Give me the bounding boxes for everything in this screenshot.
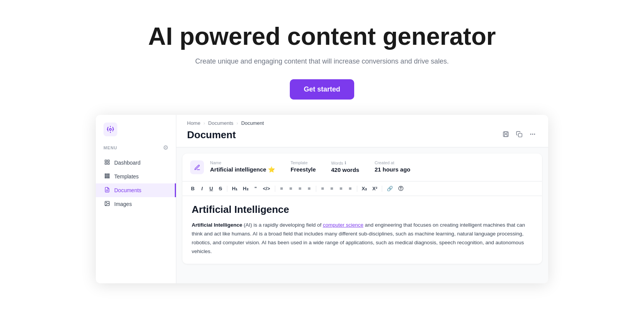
app-logo-icon — [104, 123, 117, 136]
more-options-button[interactable] — [528, 129, 537, 141]
hero-title: AI powered content generator — [148, 23, 496, 50]
doc-edit-icon — [190, 160, 204, 174]
toolbar-divider-1 — [227, 186, 227, 192]
meta-words-field: Words ℹ 420 words — [331, 160, 359, 173]
svg-point-22 — [531, 134, 531, 134]
editor-toolbar: B I U S H₁ H₂ " </> ≡ ≡ ≡ ≡ ≡ ≡ ≡ ≡ — [182, 181, 542, 196]
svg-rect-3 — [105, 163, 106, 164]
sidebar-item-dashboard[interactable]: Dashboard — [96, 156, 176, 170]
hero-subtitle: Create unique and engaging content that … — [195, 57, 449, 65]
svg-rect-8 — [105, 176, 106, 177]
words-info-icon: ℹ — [345, 160, 346, 165]
editor-heading: Artificial Intelligence — [192, 204, 533, 216]
sidebar-item-templates[interactable]: Templates — [96, 170, 176, 183]
sidebar: MENU ⚙ Dashboard Templates — [96, 115, 176, 283]
align-justify-button[interactable]: ≡ — [346, 185, 355, 193]
breadcrumb-sep-1: › — [204, 120, 205, 126]
page-title-row: Document — [187, 129, 537, 147]
breadcrumb-home[interactable]: Home — [187, 120, 200, 126]
sidebar-item-images[interactable]: Images — [96, 197, 176, 211]
words-label: Words ℹ — [331, 160, 359, 165]
underline-button[interactable]: U — [207, 185, 215, 193]
svg-point-23 — [532, 134, 533, 134]
align-left-button[interactable]: ≡ — [319, 185, 327, 193]
breadcrumb: Home › Documents › Document — [187, 115, 537, 129]
template-value: Freestyle — [291, 166, 316, 173]
editor-body[interactable]: Artificial Intelligence (AI) is a rapidl… — [192, 221, 533, 256]
name-value: Artificial intelligence ⭐ — [210, 166, 275, 173]
doc-meta: Name Artificial intelligence ⭐ Template … — [182, 154, 542, 181]
toolbar-divider-5 — [382, 186, 382, 192]
breadcrumb-sep-2: › — [237, 120, 238, 126]
words-value: 420 words — [331, 167, 359, 173]
images-label: Images — [114, 201, 132, 207]
svg-point-17 — [106, 203, 107, 203]
meta-template-field: Template Freestyle — [291, 160, 316, 173]
template-label: Template — [291, 160, 316, 165]
svg-rect-12 — [107, 177, 108, 178]
templates-label: Templates — [114, 173, 139, 180]
dashboard-icon — [104, 159, 110, 166]
svg-rect-10 — [108, 176, 109, 177]
document-card: Name Artificial intelligence ⭐ Template … — [182, 154, 542, 264]
doc-meta-fields: Name Artificial intelligence ⭐ Template … — [210, 160, 534, 173]
app-window: MENU ⚙ Dashboard Templates — [96, 115, 548, 283]
svg-point-0 — [110, 129, 112, 131]
bold-button[interactable]: B — [189, 185, 197, 193]
settings-icon[interactable]: ⚙ — [163, 144, 168, 151]
unordered-list-button[interactable]: ≡ — [287, 185, 295, 193]
svg-rect-6 — [107, 174, 108, 175]
italic-button[interactable]: I — [198, 185, 206, 193]
h1-button[interactable]: H₁ — [230, 185, 240, 193]
copy-icon-button[interactable] — [514, 129, 524, 141]
svg-rect-20 — [504, 134, 507, 137]
page-title: Document — [187, 129, 236, 141]
sidebar-menu-header: MENU ⚙ — [96, 144, 176, 156]
sidebar-logo — [96, 123, 176, 144]
get-started-button[interactable]: Get started — [290, 79, 354, 100]
favorite-star[interactable]: ⭐ — [268, 166, 275, 173]
align-right-button[interactable]: ≡ — [337, 185, 345, 193]
created-value: 21 hours ago — [375, 166, 410, 173]
blockquote-button[interactable]: " — [251, 185, 260, 193]
breadcrumb-documents[interactable]: Documents — [208, 120, 233, 126]
toolbar-divider-4 — [357, 186, 357, 192]
subscript-button[interactable]: X₂ — [360, 185, 370, 193]
name-label: Name — [210, 160, 275, 165]
menu-label: MENU — [104, 145, 117, 150]
svg-rect-9 — [107, 176, 108, 177]
svg-rect-4 — [107, 163, 109, 164]
svg-rect-1 — [105, 160, 106, 162]
toolbar-divider-3 — [316, 186, 316, 192]
indent-button[interactable]: ≡ — [296, 185, 304, 193]
svg-rect-21 — [518, 133, 522, 137]
svg-rect-2 — [107, 160, 109, 162]
toolbar-icons — [501, 129, 537, 141]
templates-icon — [104, 173, 110, 180]
outdent-button[interactable]: ≡ — [305, 185, 314, 193]
images-icon — [104, 201, 110, 208]
strikethrough-button[interactable]: S — [216, 185, 225, 193]
documents-label: Documents — [114, 187, 141, 193]
svg-rect-11 — [105, 177, 106, 178]
link-button[interactable]: 🔗 — [384, 185, 395, 193]
sidebar-item-documents[interactable]: Documents — [96, 183, 176, 197]
ordered-list-button[interactable]: ≡ — [278, 185, 286, 193]
editor-link[interactable]: computer science — [323, 222, 363, 228]
main-header: Home › Documents › Document Document — [176, 115, 548, 147]
editor-intro-text: (AI) is a rapidly developing field of — [242, 222, 323, 228]
code-button[interactable]: </> — [261, 185, 273, 193]
svg-point-24 — [534, 134, 535, 134]
meta-name-field: Name Artificial intelligence ⭐ — [210, 160, 275, 173]
hero-section: AI powered content generator Create uniq… — [0, 0, 644, 115]
toolbar-divider-2 — [275, 186, 275, 192]
h2-button[interactable]: H₂ — [240, 185, 250, 193]
align-center-button[interactable]: ≡ — [328, 185, 336, 193]
editor-content[interactable]: Artificial Intelligence Artificial Intel… — [182, 196, 542, 264]
save-icon-button[interactable] — [501, 129, 511, 141]
superscript-button[interactable]: X² — [370, 185, 380, 193]
documents-icon — [104, 187, 110, 194]
dashboard-label: Dashboard — [114, 160, 141, 166]
meta-created-field: Created at 21 hours ago — [375, 160, 410, 173]
clear-format-button[interactable]: Ⓣ — [396, 185, 406, 193]
